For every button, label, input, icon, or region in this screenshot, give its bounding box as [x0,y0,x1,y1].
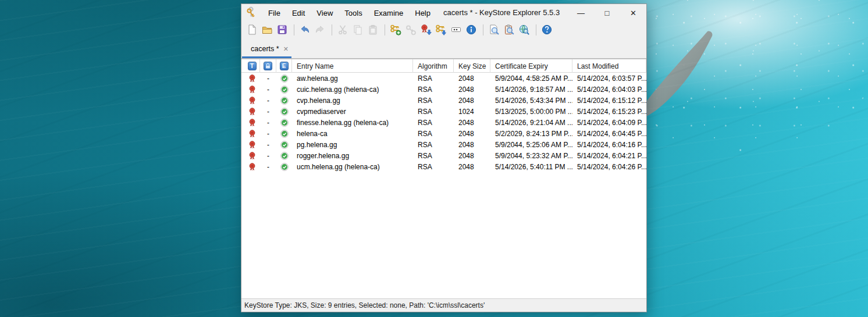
column-last-modified[interactable]: Last Modified [572,59,646,73]
key-size-cell: 1024 [454,108,490,116]
expiry-column-icon: E [280,62,289,70]
tab-cacerts[interactable]: cacerts * ✕ [242,41,291,58]
examine-ssl-button[interactable] [517,23,531,37]
menu-item-tools[interactable]: Tools [339,6,368,20]
trusted-certificate-icon [248,163,256,171]
redo-button[interactable] [313,23,327,37]
type-column-icon: T [248,62,257,70]
entry-type-cell [244,86,260,94]
toolbar-separator [294,24,294,35]
lock-status-cell: - [260,163,276,171]
table-row[interactable]: - rogger.helena.gg RSA 2048 5/9/2044, 5:… [241,150,646,161]
new-document-icon [246,24,258,35]
algorithm-cell: RSA [413,97,454,105]
algorithm-cell: RSA [413,119,454,127]
menu-item-view[interactable]: View [311,6,339,20]
expiry-status-cell [276,74,292,83]
entry-name-cell: cvpmediaserver [292,108,413,116]
new-keystore-button[interactable] [245,23,259,37]
tab-strip: cacerts * ✕ [241,38,646,59]
key-size-cell: 2048 [454,152,490,160]
modified-cell: 5/14/2024, 6:04:16 P... [572,141,646,149]
column-expiry-status[interactable]: E [276,59,292,73]
trusted-certificate-icon [248,152,256,160]
cut-button[interactable] [336,23,350,37]
generate-secret-key-button[interactable] [404,23,418,37]
modified-cell: 5/14/2024, 6:04:21 P... [572,152,646,160]
valid-check-icon [280,86,289,94]
expiry-cell: 5/14/2026, 9:21:04 AM ... [490,119,572,127]
examine-file-button[interactable] [487,23,501,37]
algorithm-cell: RSA [413,163,454,171]
entry-name-cell: rogger.helena.gg [292,152,413,160]
import-key-pair-button[interactable] [434,23,448,37]
lock-status-cell: - [260,152,276,160]
key-size-cell: 2048 [454,163,490,171]
table-row[interactable]: - pg.helena.gg RSA 2048 5/9/2044, 5:25:0… [241,139,646,150]
window-controls: — □ ✕ [568,4,646,22]
save-floppy-icon [276,24,288,35]
paste-button[interactable] [366,23,380,37]
menu-item-edit[interactable]: Edit [286,6,311,20]
table-row[interactable]: - cuic.helena.gg (helena-ca) RSA 2048 5/… [241,84,646,95]
column-algorithm[interactable]: Algorithm [413,59,454,73]
expiry-status-cell [276,119,292,127]
expiry-cell: 5/14/2026, 5:43:34 PM ... [490,97,572,105]
table-row[interactable]: - cvp.helena.gg RSA 2048 5/14/2026, 5:43… [241,95,646,106]
dolphin-fin [638,30,739,129]
undo-button[interactable] [298,23,312,37]
valid-check-icon [280,130,289,138]
table-row[interactable]: - cvpmediaserver RSA 1024 5/13/2025, 5:0… [241,106,646,117]
properties-button[interactable] [464,23,478,37]
password-dots-icon [450,24,462,35]
table-row[interactable]: - ucm.helena.gg (helena-ca) RSA 2048 5/1… [241,161,646,172]
valid-check-icon [280,163,289,171]
set-password-button[interactable] [449,23,463,37]
expiry-status-cell [276,97,292,105]
valid-check-icon [280,141,289,149]
table-row[interactable]: - helena-ca RSA 2048 5/2/2029, 8:24:13 P… [241,128,646,139]
column-key-size[interactable]: Key Size [454,59,490,73]
column-lock-status[interactable] [260,59,276,73]
algorithm-cell: RSA [413,74,454,83]
column-entry-name[interactable]: Entry Name [292,59,413,73]
secret-key-plus-icon [405,24,417,35]
close-button[interactable]: ✕ [620,4,646,22]
key-size-cell: 2048 [454,74,490,83]
entry-type-cell [244,74,260,83]
tab-close-icon[interactable]: ✕ [283,46,289,52]
menu-item-help[interactable]: Help [409,6,436,20]
trusted-certificate-icon [248,141,256,149]
menu-item-examine[interactable]: Examine [368,6,410,20]
expiry-cell: 5/9/2044, 4:58:25 AM P... [490,74,572,83]
expiry-cell: 5/14/2026, 9:18:57 AM ... [490,86,572,94]
minimize-button[interactable]: — [568,4,594,22]
column-certificate-expiry[interactable]: Certificate Expiry [490,59,572,73]
generate-key-pair-button[interactable] [389,23,403,37]
status-text: KeyStore Type: JKS, Size: 9 entries, Sel… [244,301,485,309]
copy-icon [352,24,364,35]
trusted-certificate-icon [248,130,256,138]
open-keystore-button[interactable] [260,23,274,37]
key-pair-import-icon [435,24,447,35]
import-trusted-certificate-button[interactable] [419,23,433,37]
help-button[interactable] [540,23,554,37]
expiry-cell: 5/9/2044, 5:23:32 AM P... [490,152,572,160]
table-row[interactable]: - aw.helena.gg RSA 2048 5/9/2044, 4:58:2… [241,73,646,84]
save-keystore-button[interactable] [275,23,289,37]
entry-name-cell: ucm.helena.gg (helena-ca) [292,163,413,171]
copy-button[interactable] [351,23,365,37]
toolbar-separator [483,24,483,35]
maximize-button[interactable]: □ [594,4,620,22]
table-row[interactable]: - finesse.helena.gg (helena-ca) RSA 2048… [241,117,646,128]
entry-name-cell: aw.helena.gg [292,74,413,83]
column-type[interactable]: T [244,59,260,73]
expiry-cell: 5/2/2029, 8:24:13 PM P... [490,130,572,138]
key-size-cell: 2048 [454,86,490,94]
toolbar [241,22,646,38]
key-size-cell: 2048 [454,141,490,149]
menu-item-file[interactable]: File [262,6,286,20]
entry-name-cell: helena-ca [292,130,413,138]
expiry-cell: 5/14/2026, 5:40:11 PM ... [490,163,572,171]
examine-clipboard-button[interactable] [502,23,516,37]
